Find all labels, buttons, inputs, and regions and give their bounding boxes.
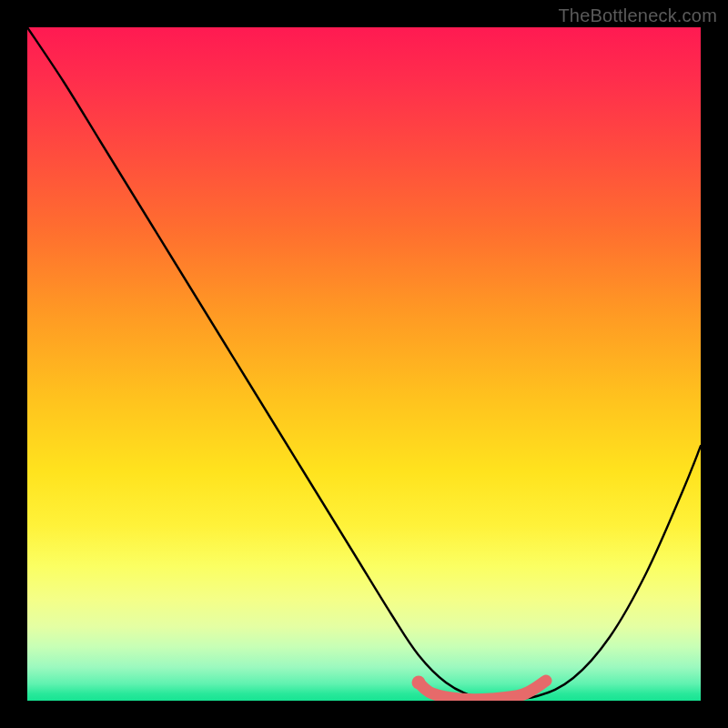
plot-area (27, 27, 701, 701)
bottleneck-curve (27, 27, 701, 699)
optimal-point-marker (412, 676, 426, 690)
attribution-text: TheBottleneck.com (558, 5, 717, 26)
chart-frame: TheBottleneck.com (0, 0, 728, 728)
optimal-range-marker (419, 681, 546, 700)
curve-layer (27, 27, 701, 701)
